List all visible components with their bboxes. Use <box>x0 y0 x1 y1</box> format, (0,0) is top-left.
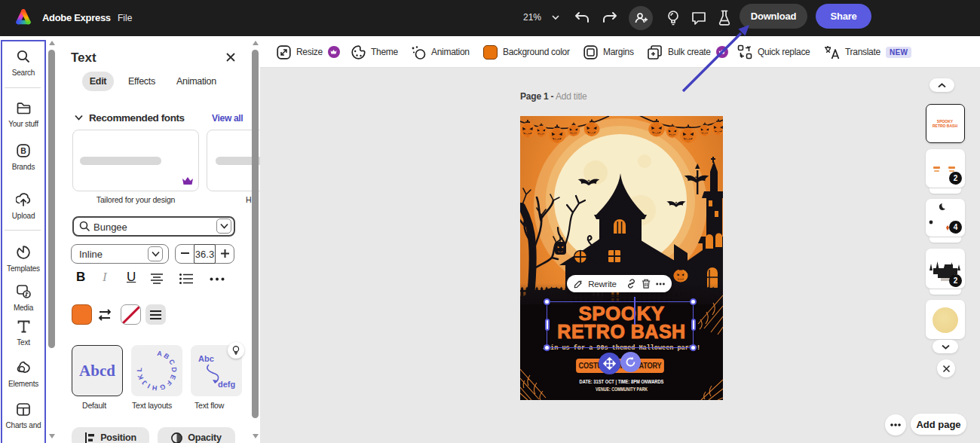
svg-text:B: B <box>20 146 26 155</box>
svg-text:Abc: Abc <box>198 354 214 363</box>
svg-text:defg: defg <box>218 380 235 389</box>
svg-text:A B C D E F G H I J K L: A B C D E F G H I J K L <box>136 350 178 392</box>
